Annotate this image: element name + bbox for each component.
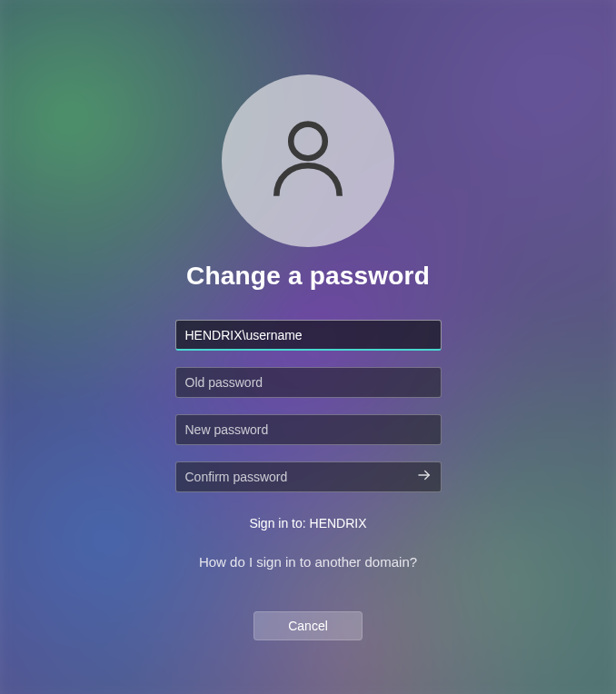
password-form: Sign in to: HENDRIX How do I sign in to … [175, 320, 442, 640]
username-input[interactable] [175, 320, 442, 351]
arrow-right-icon [416, 467, 432, 487]
confirm-password-wrapper [175, 461, 442, 492]
svg-point-0 [291, 124, 325, 159]
user-avatar [222, 74, 394, 247]
cancel-button[interactable]: Cancel [253, 611, 363, 640]
change-password-panel: Change a password [0, 0, 616, 694]
new-password-wrapper [175, 414, 442, 445]
user-icon [263, 114, 353, 207]
old-password-input[interactable] [175, 367, 442, 398]
new-password-input[interactable] [175, 414, 442, 445]
page-title: Change a password [186, 262, 430, 291]
signin-domain-text: Sign in to: HENDRIX [249, 516, 366, 530]
submit-button[interactable] [412, 465, 436, 489]
confirm-password-input[interactable] [175, 461, 442, 492]
username-wrapper [175, 320, 442, 351]
old-password-wrapper [175, 367, 442, 398]
other-domain-link[interactable]: How do I sign in to another domain? [199, 554, 417, 570]
